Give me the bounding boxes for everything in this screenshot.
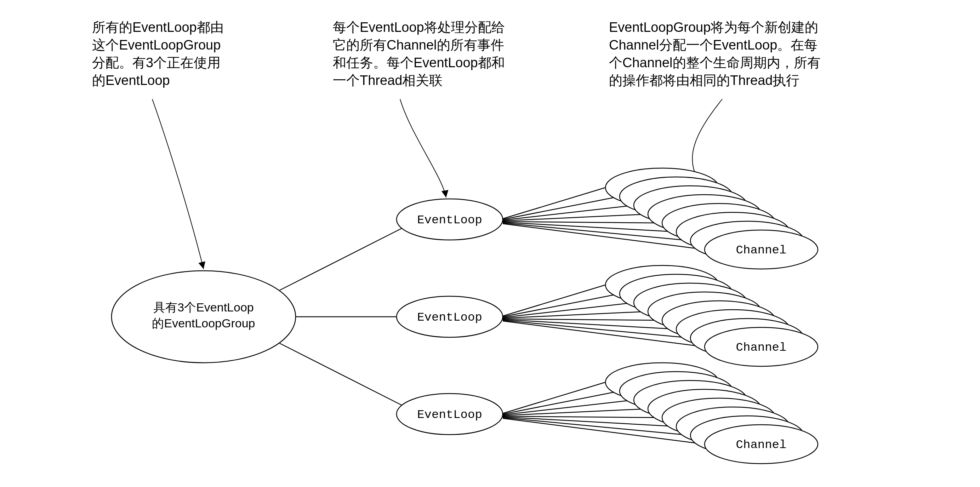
channel-stack-3: Channel xyxy=(503,363,818,464)
svg-text:EventLoop: EventLoop xyxy=(417,311,482,324)
callout-arrow-middle xyxy=(400,99,446,197)
eventloop-node-2: EventLoop xyxy=(396,296,503,337)
svg-line-44 xyxy=(503,416,662,418)
svg-text:EventLoop: EventLoop xyxy=(417,408,482,422)
anno-left-l3: 分配。有3个正在使用 xyxy=(92,55,221,70)
anno-left-l1: 所有的EventLoop都由 xyxy=(92,20,224,35)
svg-text:Channel: Channel xyxy=(736,438,787,452)
svg-line-27 xyxy=(503,319,662,320)
eventloop-node-3: EventLoop xyxy=(396,393,503,435)
anno-right-l3: 个Channel的整个生命周期内，所有 xyxy=(609,55,821,70)
group-to-loop-1 xyxy=(280,227,406,290)
annotation-left: 所有的EventLoop都由 这个EventLoopGroup 分配。有3个正在… xyxy=(92,20,224,88)
eventloop-node-1: EventLoop xyxy=(396,199,503,240)
anno-mid-l2: 它的所有Channel的所有事件 xyxy=(333,38,504,52)
callout-arrow-left xyxy=(152,99,204,269)
annotation-right: EventLoopGroup将为每个新创建的 Channel分配一个EventL… xyxy=(609,20,821,88)
callout-arrow-right xyxy=(692,99,722,184)
anno-mid-l1: 每个EventLoop将处理分配给 xyxy=(333,20,505,35)
anno-right-l4: 的操作都将由相同的Thread执行 xyxy=(609,73,799,88)
svg-text:Channel: Channel xyxy=(736,243,787,257)
anno-right-l1: EventLoopGroup将为每个新创建的 xyxy=(609,20,818,35)
channel-stack-1: Channel xyxy=(503,168,818,269)
anno-mid-l4: 一个Thread相关联 xyxy=(333,73,442,88)
svg-text:Channel: Channel xyxy=(736,341,787,354)
diagram-canvas: 所有的EventLoop都由 这个EventLoopGroup 分配。有3个正在… xyxy=(0,0,980,487)
group-label-l2: 的EventLoopGroup xyxy=(152,316,255,330)
anno-left-l2: 这个EventLoopGroup xyxy=(92,38,221,52)
group-label-l1: 具有3个EventLoop xyxy=(153,300,254,314)
annotation-middle: 每个EventLoop将处理分配给 它的所有Channel的所有事件 和任务。每… xyxy=(333,20,505,88)
svg-line-10 xyxy=(503,222,662,223)
anno-left-l4: 的EventLoop xyxy=(92,73,170,88)
channel-stack-2: Channel xyxy=(503,265,818,366)
group-to-loop-3 xyxy=(280,343,406,407)
svg-text:EventLoop: EventLoop xyxy=(417,213,482,227)
anno-mid-l3: 和任务。每个EventLoop都和 xyxy=(333,55,505,70)
anno-right-l2: Channel分配一个EventLoop。在每 xyxy=(609,38,818,52)
